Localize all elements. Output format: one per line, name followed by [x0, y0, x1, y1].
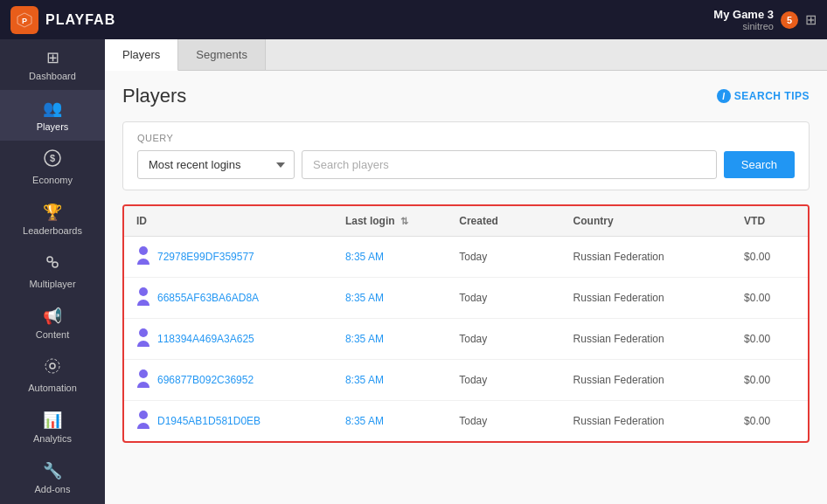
col-header-last-login[interactable]: Last login ⇅	[333, 206, 447, 237]
search-tips-link[interactable]: i SEARCH TIPS	[717, 89, 810, 103]
tab-players[interactable]: Players	[105, 39, 178, 71]
page-content: Players i SEARCH TIPS Query Most recent …	[105, 71, 827, 504]
tab-players-label: Players	[122, 48, 160, 61]
search-tips-label: SEARCH TIPS	[734, 90, 810, 102]
svg-point-10	[139, 287, 148, 296]
brand-icon: P	[10, 6, 38, 34]
cell-login-3: 8:35 AM	[333, 360, 447, 401]
sidebar-item-economy[interactable]: $ Economy	[0, 141, 105, 194]
svg-line-6	[52, 262, 53, 263]
table-row: D1945AB1D581D0EB 8:35 AM Today Russian F…	[124, 401, 808, 442]
sort-icon: ⇅	[400, 216, 408, 226]
player-id-link-3[interactable]: 696877B092C36952	[157, 374, 254, 386]
cell-created-0: Today	[447, 237, 560, 278]
info-icon: i	[717, 89, 731, 103]
sidebar-item-addons[interactable]: 🔧 Add-ons	[0, 452, 105, 503]
tabs-bar: Players Segments	[105, 39, 827, 71]
table-header: ID Last login ⇅ Created Country	[124, 206, 808, 237]
cell-vtd-1: $0.00	[732, 278, 808, 319]
cell-id-0: 72978E99DF359577	[124, 237, 333, 278]
svg-point-8	[45, 359, 59, 373]
players-table: ID Last login ⇅ Created Country	[124, 206, 808, 441]
svg-text:P: P	[22, 16, 27, 24]
player-avatar-4	[136, 410, 150, 432]
cell-vtd-3: $0.00	[732, 360, 808, 401]
svg-point-12	[139, 369, 148, 378]
cell-vtd-4: $0.00	[732, 401, 808, 442]
content-area: Players Segments Players i SEARCH TIPS Q…	[105, 39, 827, 504]
sidebar-item-leaderboards[interactable]: 🏆 Leaderboards	[0, 194, 105, 245]
sidebar-item-dashboard[interactable]: ⊞ Dashboard	[0, 39, 105, 90]
player-id-link-2[interactable]: 118394A469A3A625	[157, 333, 254, 345]
cell-created-4: Today	[447, 401, 560, 442]
col-header-id: ID	[124, 206, 333, 237]
cell-country-2: Russian Federation	[561, 319, 733, 360]
player-avatar-3	[136, 369, 150, 391]
sidebar-label-analytics: Analytics	[33, 433, 72, 444]
sidebar: ⊞ Dashboard 👥 Players $ Economy 🏆 Leader…	[0, 39, 105, 504]
cell-country-1: Russian Federation	[561, 278, 733, 319]
cell-created-1: Today	[447, 278, 560, 319]
player-id-link-4[interactable]: D1945AB1D581D0EB	[157, 415, 261, 427]
main-layout: ⊞ Dashboard 👥 Players $ Economy 🏆 Leader…	[0, 39, 827, 504]
tab-segments[interactable]: Segments	[178, 39, 266, 70]
table-row: 696877B092C36952 8:35 AM Today Russian F…	[124, 360, 808, 401]
navbar: P PLAYFAB My Game 3 sinitreo 5 ⊞	[0, 0, 827, 39]
player-avatar-2	[136, 328, 150, 350]
table-row: 72978E99DF359577 8:35 AM Today Russian F…	[124, 237, 808, 278]
svg-point-13	[139, 411, 148, 419]
svg-point-9	[139, 246, 148, 255]
search-input[interactable]	[302, 150, 717, 179]
page-header: Players i SEARCH TIPS	[122, 85, 810, 107]
col-header-created: Created	[447, 206, 560, 237]
cell-login-1: 8:35 AM	[333, 278, 447, 319]
sidebar-item-multiplayer[interactable]: Multiplayer	[0, 245, 105, 298]
svg-point-7	[50, 363, 55, 369]
svg-text:$: $	[50, 153, 55, 163]
navbar-right: My Game 3 sinitreo 5 ⊞	[713, 8, 817, 31]
grid-icon[interactable]: ⊞	[805, 11, 817, 28]
svg-point-5	[52, 262, 58, 267]
sidebar-label-multiplayer: Multiplayer	[29, 279, 75, 289]
cell-id-3: 696877B092C36952	[124, 360, 333, 401]
search-button[interactable]: Search	[724, 151, 795, 178]
economy-icon: $	[44, 149, 61, 171]
sidebar-item-content[interactable]: 📢 Content	[0, 298, 105, 349]
table-row: 118394A469A3A625 8:35 AM Today Russian F…	[124, 319, 808, 360]
content-icon: 📢	[43, 307, 62, 326]
username: sinitreo	[713, 21, 774, 31]
cell-vtd-2: $0.00	[732, 319, 808, 360]
player-avatar-0	[136, 245, 150, 268]
svg-point-11	[139, 328, 148, 337]
query-section: Query Most recent logins Most recently c…	[122, 121, 810, 190]
multiplayer-icon	[44, 253, 61, 275]
brand: P PLAYFAB	[10, 6, 115, 34]
players-tbody: 72978E99DF359577 8:35 AM Today Russian F…	[124, 237, 808, 442]
sidebar-label-dashboard: Dashboard	[29, 71, 76, 81]
brand-name: PLAYFAB	[45, 12, 115, 28]
addons-icon: 🔧	[43, 461, 62, 480]
leaderboards-icon: 🏆	[43, 203, 62, 222]
cell-created-2: Today	[447, 319, 560, 360]
col-header-vtd: VTD	[732, 206, 808, 237]
notification-badge[interactable]: 5	[781, 11, 798, 29]
page-title: Players	[122, 85, 186, 107]
analytics-icon: 📊	[43, 411, 62, 430]
player-id-link-1[interactable]: 66855AF63BA6AD8A	[157, 292, 259, 304]
game-title: My Game 3	[713, 8, 774, 21]
query-label: Query	[137, 133, 795, 143]
cell-login-0: 8:35 AM	[333, 237, 447, 278]
table-row: 66855AF63BA6AD8A 8:35 AM Today Russian F…	[124, 278, 808, 319]
sidebar-label-economy: Economy	[32, 175, 73, 185]
automation-icon	[44, 357, 61, 379]
query-select[interactable]: Most recent logins Most recently created…	[137, 150, 295, 179]
sidebar-item-analytics[interactable]: 📊 Analytics	[0, 402, 105, 452]
sidebar-item-automation[interactable]: Automation	[0, 349, 105, 402]
cell-country-0: Russian Federation	[561, 237, 733, 278]
player-id-link-0[interactable]: 72978E99DF359577	[157, 251, 254, 263]
players-icon: 👥	[43, 99, 62, 118]
sidebar-item-players[interactable]: 👥 Players	[0, 90, 105, 141]
cell-login-2: 8:35 AM	[333, 319, 447, 360]
col-header-country: Country	[561, 206, 733, 237]
cell-login-4: 8:35 AM	[333, 401, 447, 442]
